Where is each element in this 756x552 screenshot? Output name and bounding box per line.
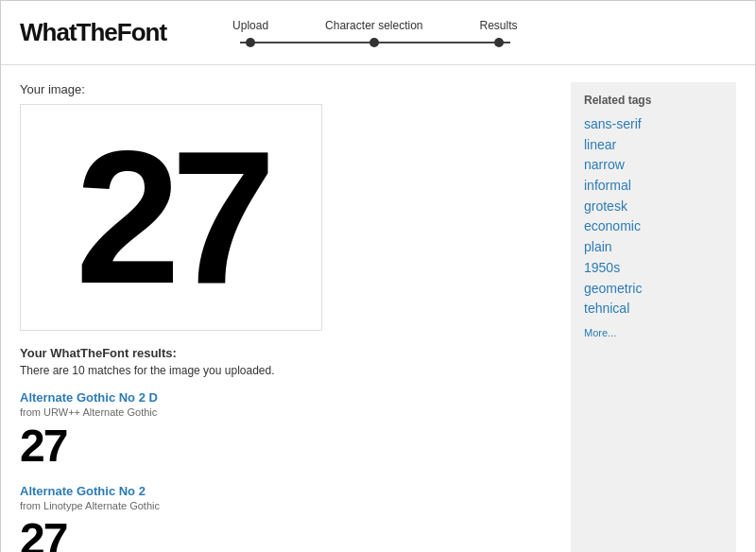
tag-link-grotesk[interactable]: grotesk xyxy=(584,197,723,217)
step-dot-results xyxy=(494,38,504,47)
header: WhatTheFont Upload Character selection R… xyxy=(1,1,755,57)
tag-link-narrow[interactable]: narrow xyxy=(584,155,723,176)
tag-link-linear[interactable]: linear xyxy=(584,135,723,156)
more-tags-link[interactable]: More... xyxy=(584,327,723,338)
results-subtext: There are 10 matches for the image you u… xyxy=(20,364,552,377)
logo[interactable]: WhatTheFont xyxy=(20,18,166,47)
tag-link-plain[interactable]: plain xyxy=(584,237,723,258)
tags-container: sans-seriflinearnarrowinformalgroteskeco… xyxy=(584,114,723,319)
font-result-1: Alternate Gothic No 2 D from URW++ Alter… xyxy=(20,390,552,469)
your-image-label: Your image: xyxy=(20,82,552,96)
right-sidebar: Related tags sans-seriflinearnarrowinfor… xyxy=(571,82,736,552)
left-content: Your image: 27 Your WhatTheFont results:… xyxy=(20,82,552,552)
tag-link-1950s[interactable]: 1950s xyxy=(584,258,723,279)
tag-link-sans-serif[interactable]: sans-serif xyxy=(584,114,723,135)
font-result-2: Alternate Gothic No 2 from Linotype Alte… xyxy=(20,484,552,552)
tag-link-tehnical[interactable]: tehnical xyxy=(584,299,723,319)
tag-link-economic[interactable]: economic xyxy=(584,216,723,237)
image-number: 27 xyxy=(76,123,266,312)
step-dot-upload xyxy=(246,38,255,47)
results-heading: Your WhatTheFont results: xyxy=(20,346,552,360)
font-source-2: from Linotype Alternate Gothic xyxy=(20,500,552,511)
step-dot-character xyxy=(369,38,379,47)
font-sample-2: 27 xyxy=(20,517,552,552)
image-preview: 27 xyxy=(20,104,322,331)
main-content: Your image: 27 Your WhatTheFont results:… xyxy=(1,73,755,552)
tag-link-informal[interactable]: informal xyxy=(584,176,723,197)
font-source-1: from URW++ Alternate Gothic xyxy=(20,406,552,418)
sidebar-heading: Related tags xyxy=(584,94,723,107)
font-sample-1: 27 xyxy=(20,423,552,469)
tag-link-geometric[interactable]: geometric xyxy=(584,279,723,300)
font-name-link-1[interactable]: Alternate Gothic No 2 D xyxy=(20,390,552,405)
nav-steps: Upload Character selection Results xyxy=(204,19,545,47)
font-name-link-2[interactable]: Alternate Gothic No 2 xyxy=(20,484,552,498)
